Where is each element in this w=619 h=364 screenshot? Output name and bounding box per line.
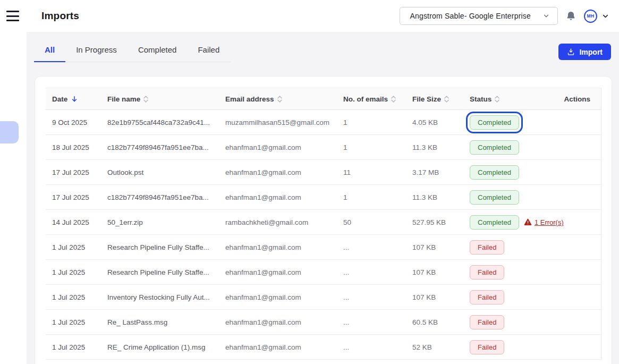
status-badge[interactable]: Failed: [470, 240, 504, 255]
table-header-row: DateFile nameEmail addressNo. of emailsF…: [46, 88, 601, 110]
row-file-name: Research Pipeline Fully Staffe...: [103, 243, 221, 251]
status-badge[interactable]: Completed: [470, 190, 519, 205]
row-date: 1 Jul 2025: [46, 243, 103, 251]
page-title: Imports: [41, 10, 79, 22]
status-badge[interactable]: Completed: [470, 140, 519, 155]
row-status-cell: Completed: [465, 165, 556, 180]
status-badge[interactable]: Failed: [470, 290, 504, 304]
top-bar-right: Angstrom Sable- Google Enterprise MH: [400, 7, 619, 25]
column-header-date[interactable]: Date: [46, 95, 103, 103]
row-email-address: ehanfman1@gmail.com: [221, 168, 339, 176]
row-num-emails: 11: [339, 168, 408, 176]
row-file-size: 3.17 MB: [408, 168, 465, 176]
sort-chevrons-icon: [444, 95, 449, 103]
row-date: 1 Jul 2025: [46, 293, 103, 301]
tab-all[interactable]: All: [34, 44, 65, 62]
organization-selector[interactable]: Angstrom Sable- Google Enterprise: [400, 7, 558, 25]
error-count-link[interactable]: 1 Error(s): [535, 218, 564, 226]
sort-arrow-down-icon: [71, 95, 78, 103]
sort-chevrons-icon: [495, 95, 499, 103]
row-date: 1 Jul 2025: [46, 268, 103, 276]
row-status-cell: Failed: [465, 340, 556, 354]
table-row[interactable]: 17 Jul 2025Outlook.pstehanfman1@gmail.co…: [46, 160, 601, 185]
row-num-emails: ...: [339, 343, 408, 351]
row-date: 17 Jul 2025: [46, 193, 103, 201]
warning-triangle-icon: [524, 218, 532, 226]
table-row[interactable]: 1 Jul 2025Re_ LastPass.msgehanfman1@gmai…: [46, 310, 601, 335]
row-num-emails: 1: [339, 143, 408, 151]
row-status-cell: Completed: [465, 115, 556, 130]
column-header-email-address[interactable]: Email address: [221, 95, 339, 103]
row-num-emails: 1: [339, 118, 408, 126]
table-row[interactable]: 14 Jul 202550_1err.ziprambachkheti@gmail…: [46, 210, 601, 235]
table-row[interactable]: 1 Jul 2025Inventory Restocking Fully Aut…: [46, 285, 601, 310]
row-email-address: ehanfman1@gmail.com: [221, 193, 339, 201]
column-header-label: Email address: [225, 95, 274, 103]
avatar[interactable]: MH: [584, 10, 597, 23]
tabs: AllIn ProgressCompletedFailed: [34, 44, 231, 62]
row-status-cell: Completed1 Error(s): [465, 215, 556, 230]
import-button[interactable]: Import: [558, 44, 611, 60]
table-row[interactable]: 17 Jul 2025c182b7749f89467fa951ee7ba...e…: [46, 185, 601, 210]
sidebar-active-item-indicator[interactable]: [0, 121, 19, 143]
table-row[interactable]: 9 Oct 202582e1b9755caf448ca732a9c41...mu…: [46, 110, 601, 135]
sort-chevrons-icon: [143, 95, 148, 103]
row-file-name: RE_ Crime Application (1).msg: [103, 343, 221, 351]
sort-chevrons-icon: [391, 95, 396, 103]
row-status-cell: Failed: [465, 265, 556, 280]
table-row[interactable]: 1 Jul 2025RE_ Crime Application (1).msge…: [46, 335, 601, 360]
row-date: 18 Jul 2025: [46, 143, 103, 151]
row-num-emails: ...: [339, 268, 408, 276]
row-file-name: Inventory Restocking Fully Aut...: [103, 293, 221, 301]
column-header-file-name[interactable]: File name: [103, 95, 221, 103]
row-status-cell: Failed: [465, 240, 556, 255]
row-status-cell: Failed: [465, 290, 556, 304]
tab-completed[interactable]: Completed: [128, 44, 188, 62]
status-badge[interactable]: Failed: [470, 340, 504, 354]
row-file-name: 82e1b9755caf448ca732a9c41...: [103, 118, 221, 126]
menu-icon[interactable]: [6, 11, 19, 21]
column-header-file-size[interactable]: File Size: [408, 95, 465, 103]
profile-menu-chevron-down-icon[interactable]: [601, 12, 609, 20]
import-button-label: Import: [579, 48, 603, 56]
table-row[interactable]: 1 Jul 2025Research Pipeline Fully Staffe…: [46, 235, 601, 260]
column-header-label: Actions: [564, 95, 590, 103]
column-header-label: Date: [52, 95, 67, 103]
tabs-row: AllIn ProgressCompletedFailed Import: [27, 32, 619, 62]
notification-bell-icon[interactable]: [565, 11, 576, 22]
row-date: 1 Jul 2025: [46, 318, 103, 326]
row-file-name: c182b7749f89467fa951ee7ba...: [103, 193, 221, 201]
row-file-size: 11.3 KB: [408, 143, 465, 151]
status-badge[interactable]: Failed: [470, 315, 504, 329]
status-badge[interactable]: Completed: [470, 165, 519, 180]
row-file-size: 107 KB: [408, 268, 465, 276]
row-email-address: rambachkheti@gmail.com: [221, 218, 339, 226]
chevron-down-icon: [542, 12, 550, 20]
status-badge[interactable]: Completed: [470, 115, 519, 130]
column-header-status[interactable]: Status: [465, 95, 556, 103]
row-num-emails: ...: [339, 318, 408, 326]
tab-failed[interactable]: Failed: [187, 44, 230, 62]
column-header-label: File name: [107, 95, 140, 103]
main-content: AllIn ProgressCompletedFailed Import Dat…: [27, 32, 619, 364]
table-row[interactable]: 18 Jul 2025c182b7749f89467fa951ee7ba...e…: [46, 135, 601, 160]
row-email-address: ehanfman1@gmail.com: [221, 293, 339, 301]
top-bar: Imports Angstrom Sable- Google Enterpris…: [0, 0, 619, 32]
row-num-emails: 50: [339, 218, 408, 226]
status-badge[interactable]: Failed: [470, 265, 504, 280]
column-header-label: Status: [470, 95, 491, 103]
row-file-size: 4.05 KB: [408, 118, 465, 126]
tab-in-progress[interactable]: In Progress: [65, 44, 128, 62]
status-badge[interactable]: Completed: [470, 215, 519, 230]
sidebar: [0, 32, 27, 364]
table-row[interactable]: 1 Jul 2025Research Pipeline Fully Staffe…: [46, 260, 601, 285]
row-email-address: ehanfman1@gmail.com: [221, 318, 339, 326]
download-icon: [567, 48, 575, 56]
row-status-cell: Completed: [465, 140, 556, 155]
error-link-group[interactable]: 1 Error(s): [524, 218, 564, 226]
row-file-size: 107 KB: [408, 293, 465, 301]
row-file-name: Outlook.pst: [103, 168, 221, 176]
row-date: 14 Jul 2025: [46, 218, 103, 226]
table-body: 9 Oct 202582e1b9755caf448ca732a9c41...mu…: [46, 110, 601, 360]
column-header-no-of-emails[interactable]: No. of emails: [339, 95, 408, 103]
